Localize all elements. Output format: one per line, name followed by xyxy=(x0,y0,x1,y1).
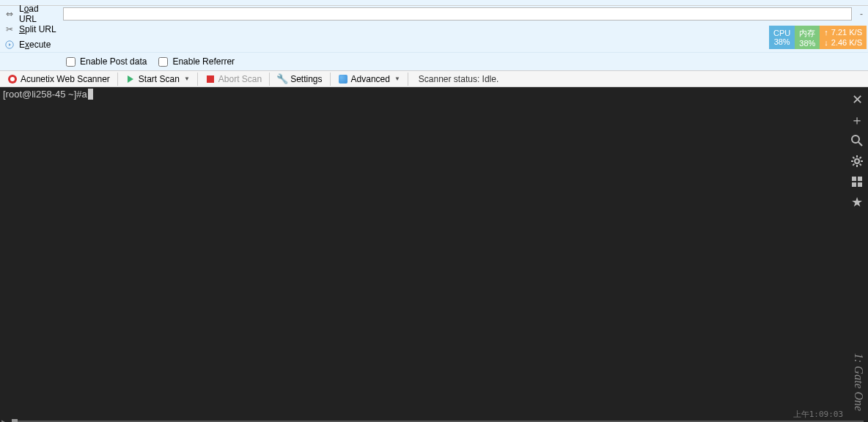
network-monitor: 7.21 K/S 2.46 K/S xyxy=(820,26,867,49)
url-input-wrapper xyxy=(63,6,855,52)
load-url-label: Load URL xyxy=(19,4,59,24)
scanner-status: Scanner status: Idle. xyxy=(411,74,499,84)
search-icon[interactable] xyxy=(849,133,865,149)
terminal-line: [root@li258-45 ~]# a xyxy=(0,87,868,101)
memory-monitor: 内存 38% xyxy=(795,26,820,49)
svg-point-3 xyxy=(855,159,859,163)
terminal-prompt: [root@li258-45 ~]# xyxy=(3,89,82,100)
advanced-label: Advanced xyxy=(351,74,390,84)
enable-referrer-checkbox[interactable]: Enable Referrer xyxy=(158,56,235,67)
status-label: Scanner status: xyxy=(419,74,479,84)
separator xyxy=(197,73,198,86)
execute-label: Execute xyxy=(19,40,51,50)
svg-rect-15 xyxy=(858,182,862,187)
referrer-input[interactable] xyxy=(158,57,168,67)
split-url-label: Split URL xyxy=(19,24,56,34)
abort-scan-label: Abort Scan xyxy=(218,74,262,84)
svg-line-9 xyxy=(860,164,861,166)
top-strip xyxy=(0,0,868,6)
acunetix-brand[interactable]: Acunetix Web Scanner xyxy=(3,72,114,86)
cpu-label: CPU xyxy=(773,29,790,37)
load-url-button[interactable]: ⇔ Load URL xyxy=(0,6,63,21)
acunetix-icon xyxy=(7,74,18,84)
terminal-playback-bar: ▶ xyxy=(0,418,868,422)
play-icon xyxy=(125,74,136,84)
terminal-typed: a xyxy=(82,89,87,100)
settings-button[interactable]: 🔧 Settings xyxy=(273,72,326,86)
playback-play-icon[interactable]: ▶ xyxy=(0,418,9,423)
stop-icon xyxy=(205,74,216,84)
grid-icon[interactable] xyxy=(849,174,865,190)
arrow-up-icon xyxy=(824,27,828,37)
url-tools-section: ⇔ Load URL ✂ Split URL Execute - xyxy=(0,6,868,52)
separator xyxy=(330,73,331,86)
star-icon[interactable]: ★ xyxy=(849,194,865,210)
system-monitor: CPU 38% 内存 38% 7.21 K/S 2.46 K/S xyxy=(769,26,867,49)
svg-line-8 xyxy=(853,157,854,158)
terminal-sidebar: ✕ ＋ ★ xyxy=(849,92,865,210)
start-scan-button[interactable]: Start Scan ▼ xyxy=(121,72,194,86)
chevron-down-icon: ▼ xyxy=(184,75,190,82)
url-input[interactable] xyxy=(63,7,852,21)
settings-label: Settings xyxy=(290,74,322,84)
abort-scan-button: Abort Scan xyxy=(201,72,266,86)
split-url-button[interactable]: ✂ Split URL xyxy=(0,21,63,37)
play-circle-icon xyxy=(4,40,15,49)
post-data-label: Enable Post data xyxy=(80,56,147,67)
status-value: Idle. xyxy=(482,74,499,84)
memory-percent: 38% xyxy=(799,39,815,48)
svg-rect-14 xyxy=(852,182,856,187)
playback-handle[interactable] xyxy=(12,419,18,422)
chevron-down-icon: ▼ xyxy=(394,75,400,82)
options-row: Enable Post data Enable Referrer xyxy=(0,52,868,70)
net-up-value: 7.21 K/S xyxy=(831,27,862,37)
terminal[interactable]: [root@li258-45 ~]# a ✕ ＋ ★ 1: Gate One 上… xyxy=(0,87,868,422)
net-down-value: 2.46 K/S xyxy=(831,37,862,48)
link-icon: ⇔ xyxy=(4,9,15,19)
execute-button[interactable]: Execute xyxy=(0,37,63,52)
plus-icon[interactable]: ＋ xyxy=(849,112,865,128)
scissors-icon: ✂ xyxy=(4,24,15,34)
cpu-percent: 38% xyxy=(774,37,790,46)
separator xyxy=(408,73,408,86)
advanced-icon xyxy=(338,74,348,84)
post-data-input[interactable] xyxy=(66,57,76,67)
svg-rect-12 xyxy=(852,177,856,181)
svg-line-10 xyxy=(853,164,854,166)
terminal-tab-label: 1: Gate One xyxy=(852,353,865,411)
svg-line-11 xyxy=(860,157,861,158)
gear-icon[interactable] xyxy=(849,153,865,169)
memory-label: 内存 xyxy=(799,28,815,39)
advanced-button[interactable]: Advanced ▼ xyxy=(334,72,405,86)
url-buttons-column: ⇔ Load URL ✂ Split URL Execute xyxy=(0,6,63,52)
wrench-icon: 🔧 xyxy=(277,74,287,84)
acunetix-label: Acunetix Web Scanner xyxy=(21,74,110,84)
arrow-down-icon xyxy=(824,37,828,48)
separator xyxy=(117,73,118,86)
referrer-label: Enable Referrer xyxy=(172,56,235,67)
cpu-monitor: CPU 38% xyxy=(769,26,795,49)
svg-point-1 xyxy=(852,136,859,143)
close-icon[interactable]: ✕ xyxy=(849,92,865,108)
separator xyxy=(269,73,270,86)
terminal-cursor xyxy=(88,89,93,100)
svg-line-2 xyxy=(858,142,862,146)
svg-rect-13 xyxy=(858,177,862,181)
enable-post-data-checkbox[interactable]: Enable Post data xyxy=(66,56,147,67)
start-scan-label: Start Scan xyxy=(139,74,180,84)
scanner-toolbar: Acunetix Web Scanner Start Scan ▼ Abort … xyxy=(0,70,868,87)
